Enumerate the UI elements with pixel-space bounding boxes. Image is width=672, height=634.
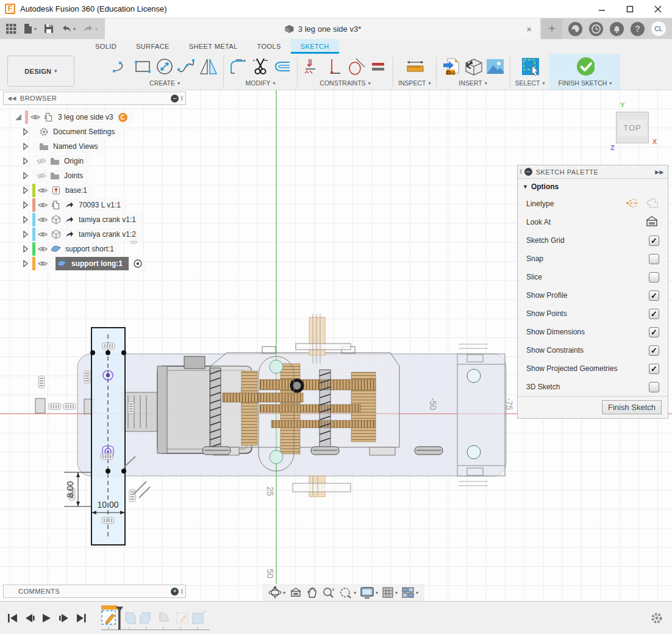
snap-checkbox[interactable] <box>649 254 659 264</box>
show-dimensions-checkbox[interactable]: ✓ <box>649 327 659 337</box>
file-menu-icon[interactable]: ▾ <box>21 18 39 39</box>
pan-icon[interactable] <box>306 586 318 599</box>
minimize-button[interactable] <box>588 0 616 18</box>
create-line-icon[interactable] <box>111 57 130 76</box>
palette-header[interactable]: ‖ – SKETCH PALETTE ▶▶ <box>518 165 668 179</box>
options-section-header[interactable]: ▼Options <box>518 179 668 195</box>
tree-row-base[interactable]: base:1 <box>3 183 186 198</box>
construction-linetype-icon[interactable] <box>625 197 640 211</box>
look-at-icon[interactable] <box>289 587 302 598</box>
sketch-grid-checkbox[interactable]: ✓ <box>649 236 659 246</box>
show-profile-checkbox[interactable]: ✓ <box>649 290 659 301</box>
finish-sketch-button[interactable]: Finish Sketch <box>602 400 662 414</box>
modify-offset-icon[interactable] <box>273 57 292 76</box>
create-mirror-icon[interactable] <box>199 57 218 76</box>
add-comment-icon[interactable]: + <box>171 588 179 596</box>
timeline-feature-sketch[interactable] <box>101 605 117 624</box>
tab-sheet-metal[interactable]: SHEET METAL <box>179 39 248 54</box>
tab-close-icon[interactable]: × <box>526 24 532 34</box>
inspect-measure-icon[interactable] <box>405 57 424 76</box>
tree-row-crank1[interactable]: tamiya crank v1:1 <box>3 212 186 227</box>
ribbon-toolbar: DESIGN▾ CREATE▾ MODIFY▾ CONSTRAINTS▾ <box>0 54 672 90</box>
show-projected-checkbox[interactable]: ✓ <box>649 364 659 374</box>
finish-sketch-icon[interactable] <box>575 57 595 76</box>
projected-linetype-icon[interactable] <box>646 197 659 211</box>
constraint-vertical-icon[interactable] <box>324 57 344 76</box>
slice-checkbox[interactable] <box>649 272 659 283</box>
help-icon[interactable]: ? <box>631 22 645 36</box>
notifications-bell-icon[interactable] <box>610 22 624 36</box>
constraint-coincident-icon[interactable] <box>302 57 322 76</box>
window-title: Autodesk Fusion 360 (Education License) <box>20 4 167 13</box>
timeline-go-end-icon[interactable] <box>76 613 87 623</box>
orbit-icon[interactable]: ▾ <box>268 586 285 599</box>
tab-surface[interactable]: SURFACE <box>126 39 179 54</box>
timeline-go-start-icon[interactable] <box>7 613 18 623</box>
tree-row-joints[interactable]: Joints <box>3 168 186 183</box>
display-settings-icon[interactable]: ▾ <box>360 586 378 599</box>
tree-row-origin[interactable]: Origin <box>3 154 186 168</box>
comments-header[interactable]: COMMENTS + ‖ <box>3 585 186 598</box>
tree-row-document-settings[interactable]: Document Settings <box>3 124 186 139</box>
expand-icon[interactable]: ▶▶ <box>655 169 664 175</box>
panel-minimize-icon[interactable]: – <box>171 95 179 103</box>
tree-row-70093[interactable]: 70093 L v1:1 <box>3 198 186 212</box>
close-button[interactable] <box>644 0 672 18</box>
create-spline-icon[interactable] <box>177 57 196 76</box>
timeline-step-back-icon[interactable] <box>24 613 35 623</box>
tree-row-root[interactable]: 3 leg one side v3 C <box>3 110 186 124</box>
panel-grip[interactable]: ‖ <box>181 588 184 595</box>
activate-target-icon[interactable] <box>131 259 145 268</box>
job-status-clock-icon[interactable] <box>589 22 603 36</box>
tab-sketch[interactable]: SKETCH <box>291 39 339 54</box>
grid-settings-icon[interactable]: ▾ <box>382 586 398 599</box>
constraint-equal-icon[interactable] <box>368 57 388 76</box>
axis-z-label: Z <box>610 144 615 151</box>
extensions-icon[interactable] <box>568 22 582 36</box>
3d-sketch-checkbox[interactable] <box>649 382 659 392</box>
fit-icon[interactable]: ▾ <box>339 586 356 599</box>
undo-icon[interactable]: ▾ <box>59 18 78 39</box>
tab-solid[interactable]: SOLID <box>85 39 126 54</box>
show-points-checkbox[interactable]: ✓ <box>649 309 659 319</box>
view-cube-face[interactable]: TOP <box>618 120 646 136</box>
redo-icon[interactable]: ▾ <box>80 18 100 39</box>
modify-trim-icon[interactable] <box>251 57 270 76</box>
insert-mesh-icon[interactable] <box>463 57 483 76</box>
show-constraints-checkbox[interactable]: ✓ <box>649 345 659 356</box>
timeline-settings-gear-icon[interactable] <box>650 611 663 625</box>
timeline-playhead[interactable] <box>116 607 123 630</box>
constraint-tangent-icon[interactable] <box>346 57 366 76</box>
tree-row-named-views[interactable]: Named Views <box>3 139 186 154</box>
maximize-button[interactable] <box>616 0 644 18</box>
timeline-feature-suppressed[interactable] <box>126 610 206 624</box>
timeline-play-icon[interactable] <box>41 613 52 623</box>
panel-minimize-icon[interactable]: – <box>524 168 532 176</box>
view-cube[interactable]: TOP Y X Z <box>616 112 649 143</box>
zoom-icon[interactable]: ± <box>322 586 335 599</box>
insert-canvas-icon[interactable] <box>485 57 505 76</box>
palette-row-snap: Snap <box>518 250 668 268</box>
modify-fillet-icon[interactable] <box>229 57 248 76</box>
viewports-icon[interactable]: ▾ <box>401 586 418 599</box>
save-icon[interactable] <box>41 18 56 39</box>
tab-tools[interactable]: TOOLS <box>248 39 291 54</box>
app-grid-menu-icon[interactable] <box>4 18 19 39</box>
tree-row-support-long[interactable]: support long:1 <box>3 256 186 271</box>
user-avatar[interactable]: CL <box>651 21 666 36</box>
tree-row-crank2[interactable]: tamiya crank v1:2 <box>3 227 186 242</box>
axis-x-label: X <box>652 138 657 145</box>
panel-grip[interactable]: ‖ <box>181 95 184 102</box>
create-circle-icon[interactable] <box>155 57 174 76</box>
browser-header[interactable]: ◀◀ BROWSER – ‖ <box>3 92 186 105</box>
new-tab-button[interactable]: + <box>542 18 562 39</box>
insert-svg-icon[interactable]: SVG <box>441 57 461 76</box>
create-rectangle-icon[interactable] <box>133 57 152 76</box>
design-workspace-button[interactable]: DESIGN▾ <box>7 56 74 87</box>
timeline-step-forward-icon[interactable] <box>59 613 70 623</box>
select-icon[interactable] <box>520 57 540 76</box>
tree-row-support-short[interactable]: support short:1 <box>3 242 186 256</box>
document-tab[interactable]: 3 leg one side v3* × <box>105 18 540 39</box>
look-at-icon[interactable] <box>645 215 659 229</box>
collapse-icon[interactable]: ◀◀ <box>7 95 16 101</box>
